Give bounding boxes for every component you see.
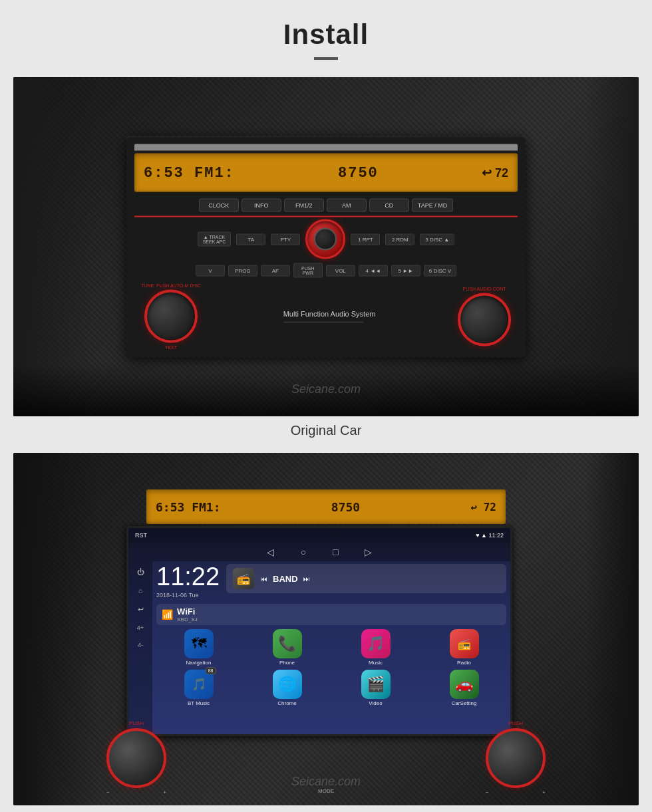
ta-btn[interactable]: TA: [236, 233, 265, 245]
watermark-2: Seicane.com: [291, 775, 361, 789]
aftermarket-car-bg: 6:53 FM1: 8750 ↩ 72 RST ♥ ▲ 11:22 ◁ ○: [13, 453, 639, 805]
app-grid: 🗺 Navigation 📞 Phone: [156, 629, 506, 706]
prev-track-icon[interactable]: ⏮: [261, 575, 267, 583]
system-label: Multi Function Audio System: [283, 310, 376, 318]
right-knob-area: PUSH − +: [486, 720, 546, 795]
menu-icon[interactable]: ▷: [365, 547, 372, 557]
tune-knob[interactable]: [144, 290, 198, 343]
power-icon[interactable]: ⏻: [137, 568, 144, 576]
home-icon[interactable]: ○: [301, 547, 306, 557]
app-video[interactable]: 🎬 Video: [333, 670, 418, 706]
radio-widget[interactable]: 📻 ⏮ BAND ⏭: [226, 564, 506, 593]
top-display-right: ↩ 72: [470, 501, 496, 513]
display-left: 6:53 FM1:: [144, 164, 235, 181]
main-knob[interactable]: [305, 219, 345, 259]
track-btn[interactable]: ▲ TRACKSEEK APC: [198, 232, 232, 247]
v-btn[interactable]: V: [196, 265, 225, 276]
clock-widget: 11:22 2018-11-06 Tue: [156, 564, 220, 599]
rpt-btn[interactable]: 1 RPT: [351, 233, 380, 245]
wifi-name: WiFi: [177, 607, 198, 616]
clock-btn[interactable]: CLOCK: [199, 199, 239, 212]
video-icon: 🎬: [361, 670, 391, 699]
display-right: ↩ 72: [482, 166, 508, 180]
cd-btn[interactable]: CD: [369, 199, 409, 212]
radio-widget-icon: 📻: [233, 568, 254, 589]
android-content: ⏻ ⌂ ↩ 4+ 4- 11:22 20: [128, 561, 510, 734]
header-divider: [314, 57, 338, 60]
aftermarket-car-section: 6:53 FM1: 8750 ↩ 72 RST ♥ ▲ 11:22 ◁ ○: [13, 453, 639, 805]
vol-up-icon[interactable]: 4+: [137, 624, 144, 631]
app-music[interactable]: 🎵 Music: [333, 629, 418, 666]
btn4[interactable]: 4 ◄◄: [359, 265, 388, 276]
head-unit: 6:53 FM1: 8750 ↩ 72 CLOCK INFO FM1/2 AM …: [126, 136, 526, 358]
aftermarket-car-image: 6:53 FM1: 8750 ↩ 72 RST ♥ ▲ 11:22 ◁ ○: [13, 453, 639, 805]
main-area: 11:22 2018-11-06 Tue 📻 ⏮ BAND ⏭: [152, 561, 510, 734]
back-sidebar-icon[interactable]: ↩: [138, 605, 144, 614]
app-bt-music[interactable]: 🎵 88 BT Music: [156, 670, 241, 706]
button-row-1: CLOCK INFO FM1/2 AM CD TAPE / MD: [134, 199, 518, 212]
phone-label: Phone: [279, 660, 295, 666]
app-chrome[interactable]: 🌐 Chrome: [245, 670, 329, 706]
tape-btn[interactable]: TAPE / MD: [412, 199, 453, 212]
prog-btn[interactable]: PROG: [228, 265, 257, 276]
android-screen[interactable]: RST ♥ ▲ 11:22 ◁ ○ □ ▷ ⏻: [128, 528, 510, 734]
push-pwr[interactable]: PUSHPWR: [293, 263, 323, 278]
pty-btn[interactable]: PTY: [271, 233, 300, 245]
radio-label: Radio: [457, 660, 471, 666]
carsetting-icon: 🚗: [450, 670, 479, 699]
app-radio[interactable]: 📻 Radio: [422, 629, 506, 666]
navigation-icon: 🗺: [184, 629, 214, 658]
disc3-btn[interactable]: 3 DISC ▲: [420, 233, 454, 245]
status-right: ♥ ▲ 11:22: [476, 532, 504, 539]
app-phone[interactable]: 📞 Phone: [245, 629, 329, 666]
bt-music-label: BT Music: [188, 700, 210, 706]
vol-down-icon[interactable]: 4-: [138, 642, 143, 648]
left-sidebar: ⏻ ⌂ ↩ 4+ 4-: [128, 561, 152, 734]
phone-icon: 📞: [273, 629, 302, 658]
radio-icon: 📻: [450, 629, 479, 658]
top-display-center: 8750: [331, 500, 360, 514]
music-icon: 🎵: [361, 629, 391, 658]
af-btn[interactable]: AF: [261, 265, 290, 276]
original-car-label: Original Car: [13, 416, 639, 446]
recents-icon[interactable]: □: [333, 547, 338, 557]
control-row: ▲ TRACKSEEK APC TA PTY 1 RPT 2 RDM 3 DIS…: [134, 219, 518, 259]
original-display: 6:53 FM1: 8750 ↩ 72: [134, 154, 518, 192]
next-track-icon[interactable]: ⏭: [303, 575, 310, 583]
btn6[interactable]: 6 DISC V: [424, 265, 456, 276]
page-title: Install: [0, 19, 652, 51]
info-btn[interactable]: INFO: [242, 199, 281, 212]
video-label: Video: [369, 700, 382, 706]
home-sidebar-icon[interactable]: ⌂: [138, 587, 143, 595]
navigation-label: Navigation: [186, 660, 212, 666]
nav-bar: ◁ ○ □ ▷: [128, 543, 510, 561]
original-car-image: 6:53 FM1: 8750 ↩ 72 CLOCK INFO FM1/2 AM …: [13, 77, 639, 416]
rdm-btn[interactable]: 2 RDM: [385, 233, 414, 245]
wifi-info: WiFi SRD_SJ: [177, 607, 198, 622]
clock-time: 11:22: [156, 564, 220, 589]
bottom-right-knob[interactable]: [486, 728, 546, 788]
status-left: RST: [135, 532, 147, 539]
band-label: BAND: [273, 574, 298, 584]
bottom-left-knob[interactable]: [106, 728, 166, 788]
app-carsetting[interactable]: 🚗 CarSetting: [422, 670, 506, 706]
knob-inner: [314, 228, 337, 251]
watermark-1: Seicane.com: [291, 382, 361, 396]
carsetting-label: CarSetting: [452, 700, 477, 706]
chrome-label: Chrome: [277, 700, 296, 706]
am-btn[interactable]: AM: [327, 199, 367, 212]
vol-btn[interactable]: VOL: [326, 265, 355, 276]
time-section: 11:22 2018-11-06 Tue 📻 ⏮ BAND ⏭: [156, 564, 506, 599]
btn5[interactable]: 5 ►►: [391, 265, 420, 276]
chrome-icon: 🌐: [273, 670, 302, 699]
page-header: Install: [0, 0, 652, 77]
status-bar: RST ♥ ▲ 11:22: [128, 528, 510, 543]
app-navigation[interactable]: 🗺 Navigation: [156, 629, 241, 666]
back-icon[interactable]: ◁: [267, 547, 274, 557]
radio-controls: ⏮ BAND ⏭: [261, 574, 310, 584]
original-car-section: 6:53 FM1: 8750 ↩ 72 CLOCK INFO FM1/2 AM …: [13, 77, 639, 446]
original-car-bg: 6:53 FM1: 8750 ↩ 72 CLOCK INFO FM1/2 AM …: [13, 77, 639, 416]
badge-88: 88: [206, 667, 216, 674]
audio-knob[interactable]: [458, 293, 511, 346]
fm12-btn[interactable]: FM1/2: [284, 199, 324, 212]
